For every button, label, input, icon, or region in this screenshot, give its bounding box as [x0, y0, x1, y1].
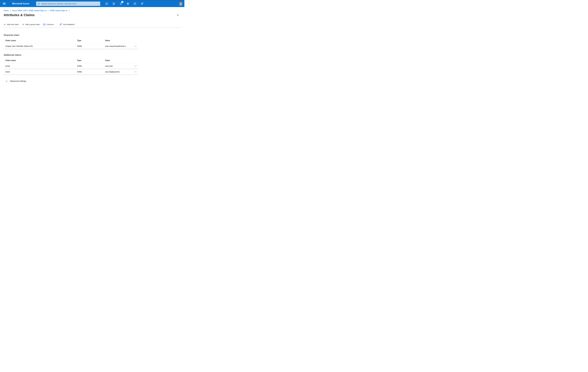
- cloud-shell-icon[interactable]: [104, 1, 109, 6]
- table-header-row: Claim name Type Value: [3, 38, 138, 43]
- page-context-menu-icon[interactable]: [39, 15, 42, 16]
- breadcrumb-app[interactable]: Azure SAML SSO | SAML-based Sign-on: [12, 10, 47, 12]
- column-header-type: Type: [77, 40, 105, 42]
- page-title: Attributes & Claims: [4, 13, 35, 17]
- search-input[interactable]: [41, 3, 99, 5]
- topbar-actions: 6 ?: [104, 1, 144, 6]
- hamburger-menu-icon[interactable]: [2, 1, 7, 6]
- page-header: Attributes & Claims: [4, 13, 179, 17]
- chevron-right-icon: [10, 10, 11, 11]
- additional-claims-table: Claim name Type Value email SAML user.ma…: [3, 58, 138, 75]
- azure-topbar: Microsoft Azure 6: [0, 0, 184, 7]
- add-group-claim-label: Add a group claim: [25, 23, 40, 26]
- additional-claims-heading: Additional claims: [4, 54, 184, 56]
- claim-type-cell: SAML: [77, 65, 105, 67]
- search-icon: [38, 3, 40, 5]
- advanced-settings-label: Advanced settings: [10, 80, 26, 82]
- claim-type-cell: SAML: [77, 71, 105, 73]
- advanced-settings-toggle[interactable]: Advanced settings: [6, 80, 26, 82]
- row-context-menu-icon[interactable]: [134, 45, 138, 47]
- claim-value-cell: user.userprincipalname [...: [105, 45, 132, 47]
- table-row[interactable]: Unique User Identifier (Name ID) SAML us…: [3, 43, 138, 49]
- claim-name-cell: name: [3, 71, 77, 73]
- directory-filter-icon[interactable]: [111, 1, 116, 6]
- claim-name-cell: Unique User Identifier (Name ID): [3, 45, 77, 47]
- got-feedback-button[interactable]: Got feedback?: [59, 23, 75, 26]
- chevron-down-icon: [6, 80, 8, 82]
- chevron-right-icon: [69, 10, 70, 11]
- add-group-claim-button[interactable]: Add a group claim: [22, 23, 40, 26]
- notification-count-badge: 6: [121, 1, 123, 3]
- toolbar-divider: [3, 28, 181, 28]
- command-bar: Add new claim Add a group claim Columns …: [4, 22, 184, 27]
- column-header-claim-name: Claim name: [3, 40, 77, 42]
- close-icon[interactable]: [176, 14, 179, 17]
- column-header-value: Value: [105, 40, 132, 42]
- table-header-row: Claim name Type Value: [3, 58, 138, 63]
- claim-type-cell: SAML: [77, 45, 105, 47]
- brand-title[interactable]: Microsoft Azure: [12, 0, 29, 7]
- svg-text:?: ?: [134, 3, 135, 4]
- columns-label: Columns: [47, 23, 54, 26]
- account-avatar[interactable]: [179, 2, 183, 6]
- add-new-claim-button[interactable]: Add new claim: [4, 23, 19, 26]
- notifications-bell-icon[interactable]: 6: [118, 1, 123, 6]
- claim-name-cell: email: [3, 65, 77, 67]
- settings-gear-icon[interactable]: [126, 1, 130, 6]
- column-header-claim-name: Claim name: [3, 59, 77, 62]
- column-header-type: Type: [77, 59, 105, 62]
- row-context-menu-icon[interactable]: [134, 65, 138, 67]
- columns-icon: [43, 23, 46, 26]
- help-icon[interactable]: ?: [133, 1, 137, 6]
- required-claim-table: Claim name Type Value Unique User Identi…: [3, 38, 138, 49]
- required-claim-heading: Required claim: [4, 34, 184, 36]
- add-new-claim-label: Add new claim: [7, 23, 19, 26]
- claim-value-cell: user.displayname: [105, 71, 132, 73]
- breadcrumb: Home Azure SAML SSO | SAML-based Sign-on…: [0, 7, 184, 12]
- chevron-right-icon: [48, 10, 49, 11]
- global-search[interactable]: [36, 1, 100, 6]
- columns-button[interactable]: Columns: [43, 23, 54, 26]
- plus-icon: [4, 23, 6, 26]
- feedback-icon: [59, 23, 62, 26]
- plus-icon: [22, 23, 24, 26]
- column-header-value: Value: [105, 59, 132, 62]
- got-feedback-label: Got feedback?: [63, 23, 75, 26]
- feedback-icon[interactable]: [140, 1, 144, 6]
- breadcrumb-home[interactable]: Home: [4, 10, 9, 12]
- table-row[interactable]: name SAML user.displayname: [3, 69, 138, 75]
- row-context-menu-icon[interactable]: [134, 71, 138, 73]
- table-row[interactable]: email SAML user.mail: [3, 63, 138, 69]
- breadcrumb-saml-signon[interactable]: SAML-based Sign-on: [50, 10, 68, 12]
- claim-value-cell: user.mail: [105, 65, 132, 67]
